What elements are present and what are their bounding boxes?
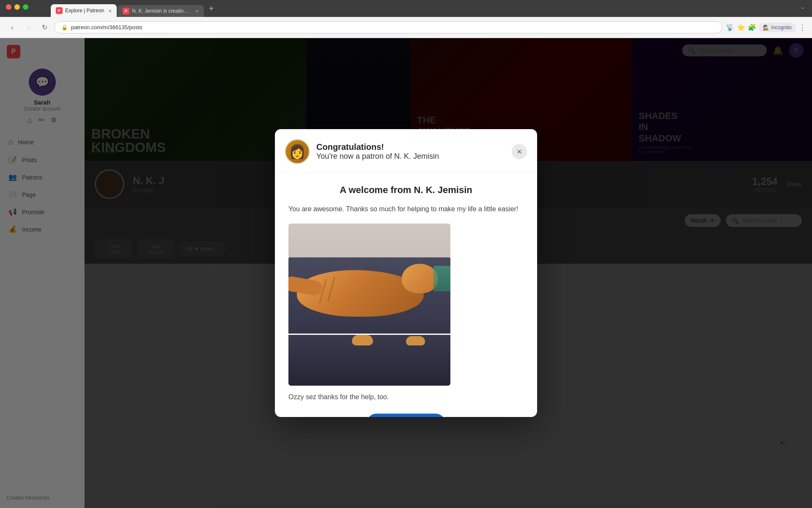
modal-header: 👩 Congratulations! You're now a patron o… <box>275 129 537 173</box>
window-close-btn[interactable] <box>6 4 11 10</box>
congrats-line2: You're now a patron of N. K. Jemisin <box>316 152 512 161</box>
modal-creator-avatar: 👩 <box>285 139 310 164</box>
address-bar[interactable]: 🔒 patreon.com/m/366135/posts <box>54 21 722 33</box>
browser-forward-btn[interactable]: › <box>22 21 35 34</box>
tab-favicon-explore: P <box>56 7 63 14</box>
cat-caption: Ozzy sez thanks for the help, too. <box>288 393 524 401</box>
incognito-label: Incognito <box>771 25 792 30</box>
address-lock-icon: 🔒 <box>61 25 68 30</box>
get-started-container: Get Started <box>288 414 524 417</box>
window-min-btn[interactable] <box>14 4 20 10</box>
modal-header-text: Congratulations! You're now a patron of … <box>316 142 512 161</box>
browser-reload-btn[interactable]: ↻ <box>38 21 51 34</box>
browser-cast-btn[interactable]: 📡 <box>726 23 734 31</box>
modal-close-btn[interactable]: × <box>512 144 527 159</box>
modal-overlay[interactable]: 👩 Congratulations! You're now a patron o… <box>0 38 812 508</box>
modal-body: A welcome from N. K. Jemisin You are awe… <box>275 173 537 417</box>
tab-title-nk: N. K. Jemisin is creating Fictio... <box>132 8 191 14</box>
tab-close-explore[interactable]: × <box>109 8 112 14</box>
new-tab-btn[interactable]: + <box>205 2 218 15</box>
tab-expand-icon[interactable]: ⌄ <box>800 3 805 10</box>
congrats-line1: Congratulations! <box>316 142 512 152</box>
browser-extension-btn[interactable]: 🧩 <box>748 23 756 31</box>
window-max-btn[interactable] <box>23 4 28 10</box>
tab-favicon-nk: P <box>123 8 129 14</box>
tab-title-explore: Explore | Patreon <box>65 8 104 14</box>
browser-bookmark-btn[interactable]: ⭐ <box>737 23 745 31</box>
address-url: patreon.com/m/366135/posts <box>71 24 142 30</box>
incognito-indicator: 🕵 Incognito <box>759 23 796 32</box>
modal-dialog: 👩 Congratulations! You're now a patron o… <box>275 129 537 417</box>
tab-close-nk[interactable]: × <box>195 8 199 14</box>
modal-welcome-text: You are awesome. Thanks so much for help… <box>288 204 524 214</box>
browser-tab-explore[interactable]: P Explore | Patreon × <box>51 4 117 17</box>
modal-cat-image <box>288 224 450 386</box>
modal-welcome-title: A welcome from N. K. Jemisin <box>288 185 524 196</box>
browser-tab-nk[interactable]: P N. K. Jemisin is creating Fictio... × <box>118 5 204 17</box>
browser-menu-btn[interactable]: ⋮ <box>798 23 806 32</box>
browser-back-btn[interactable]: ‹ <box>6 21 19 34</box>
get-started-btn[interactable]: Get Started <box>367 414 445 417</box>
